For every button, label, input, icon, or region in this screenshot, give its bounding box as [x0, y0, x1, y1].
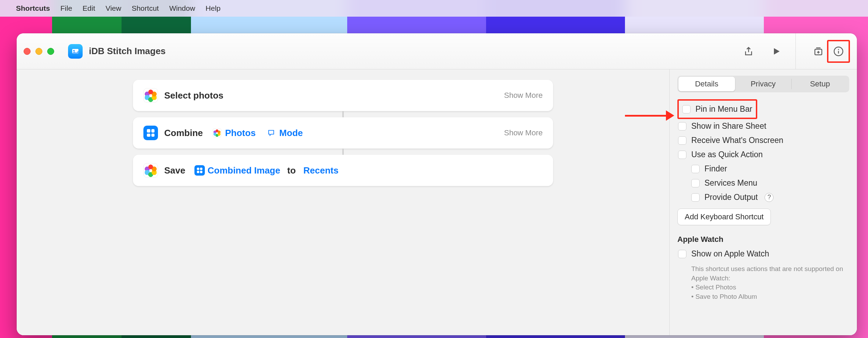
tab-details[interactable]: Details	[678, 77, 735, 91]
mode-icon	[266, 128, 276, 138]
window-toolbar: iDB Stitch Images	[17, 33, 857, 69]
apple-watch-section-label: Apple Watch	[677, 235, 849, 244]
mode-parameter-token[interactable]: Mode	[262, 126, 306, 140]
receive-onscreen-checkbox[interactable]	[678, 136, 686, 145]
tab-setup[interactable]: Setup	[792, 77, 848, 91]
photos-app-icon	[212, 128, 222, 138]
menu-shortcut[interactable]: Shortcut	[132, 4, 159, 12]
run-button[interactable]	[768, 43, 785, 60]
to-label: to	[287, 165, 296, 176]
menu-file[interactable]: File	[60, 4, 72, 12]
menu-help[interactable]: Help	[206, 4, 220, 12]
action-connector	[342, 149, 344, 155]
help-button[interactable]: ?	[765, 193, 774, 202]
library-toggle-button[interactable]	[810, 43, 827, 60]
svg-point-4	[838, 49, 839, 50]
zoom-window-button[interactable]	[47, 48, 54, 55]
finder-row[interactable]: Finder	[677, 162, 849, 176]
finder-checkbox[interactable]	[691, 165, 700, 173]
action-connector	[342, 111, 344, 117]
pin-in-menubar-row[interactable]: Pin in Menu Bar	[682, 102, 753, 116]
show-share-sheet-row[interactable]: Show in Share Sheet	[677, 119, 849, 133]
close-window-button[interactable]	[24, 48, 31, 55]
services-menu-checkbox[interactable]	[691, 179, 700, 187]
inspector-tabs[interactable]: Details Privacy Setup	[677, 76, 849, 92]
info-button[interactable]	[830, 43, 847, 60]
recents-album-token[interactable]: Recents	[300, 164, 342, 177]
quick-action-checkbox[interactable]	[678, 151, 686, 159]
finder-label: Finder	[704, 164, 727, 174]
svg-point-1	[73, 50, 75, 51]
macos-menubar: Shortcuts File Edit View Shortcut Window…	[0, 0, 868, 17]
window-traffic-lights[interactable]	[24, 48, 54, 55]
show-on-watch-label: Show on Apple Watch	[691, 249, 769, 259]
add-keyboard-shortcut-button[interactable]: Add Keyboard Shortcut	[677, 209, 771, 225]
pin-in-menubar-label: Pin in Menu Bar	[695, 104, 752, 114]
show-more-button[interactable]: Show More	[504, 91, 543, 100]
services-menu-row[interactable]: Services Menu	[677, 176, 849, 190]
shortcut-canvas[interactable]: Select photos Show More Combine Photos	[17, 69, 669, 335]
shortcut-title: iDB Stitch Images	[89, 46, 166, 57]
show-on-watch-checkbox[interactable]	[678, 250, 686, 258]
watch-unsupported-note: This shortcut uses actions that are not …	[677, 264, 849, 301]
shortcuts-editor-window: iDB Stitch Images Select photos Show Mor…	[17, 33, 857, 335]
inspector-sidebar: Details Privacy Setup Pin in Menu Bar Sh…	[669, 69, 857, 335]
action-label: Select photos	[164, 90, 223, 101]
photos-app-icon	[143, 163, 158, 178]
combine-action-icon	[194, 165, 205, 176]
action-save-to-album[interactable]: Save Combined Image to Recents	[133, 155, 553, 186]
menu-window[interactable]: Window	[169, 4, 195, 12]
quick-action-label: Use as Quick Action	[691, 150, 763, 159]
tab-privacy[interactable]: Privacy	[735, 77, 792, 91]
menu-view[interactable]: View	[106, 4, 121, 12]
provide-output-checkbox[interactable]	[691, 193, 700, 202]
action-select-photos[interactable]: Select photos Show More	[133, 80, 553, 111]
quick-action-row[interactable]: Use as Quick Action	[677, 147, 849, 162]
info-button-highlight	[827, 40, 850, 63]
provide-output-row[interactable]: Provide Output ?	[677, 190, 849, 204]
pin-in-menubar-checkbox[interactable]	[682, 105, 691, 113]
services-menu-label: Services Menu	[704, 178, 757, 188]
show-share-sheet-label: Show in Share Sheet	[691, 121, 766, 131]
receive-onscreen-row[interactable]: Receive What's Onscreen	[677, 133, 849, 147]
menubar-app-name[interactable]: Shortcuts	[16, 4, 50, 12]
photos-app-icon	[143, 88, 158, 103]
photos-variable-token[interactable]: Photos	[208, 126, 259, 140]
minimize-window-button[interactable]	[35, 48, 42, 55]
share-button[interactable]	[740, 43, 757, 60]
action-combine-images[interactable]: Combine Photos Mode Show More	[133, 117, 553, 149]
action-label: Save	[164, 165, 185, 176]
show-on-watch-row[interactable]: Show on Apple Watch	[677, 247, 849, 261]
toolbar-divider	[795, 33, 796, 69]
shortcut-document-icon	[68, 44, 83, 59]
provide-output-label: Provide Output	[704, 193, 758, 202]
menu-edit[interactable]: Edit	[83, 4, 95, 12]
show-more-button[interactable]: Show More	[504, 128, 543, 137]
pin-checkbox-highlight: Pin in Menu Bar	[677, 99, 757, 119]
show-share-sheet-checkbox[interactable]	[678, 122, 686, 130]
combined-image-variable-token[interactable]: Combined Image	[191, 164, 284, 177]
combine-action-icon	[143, 126, 158, 140]
receive-onscreen-label: Receive What's Onscreen	[691, 136, 783, 145]
action-label: Combine	[164, 128, 203, 138]
